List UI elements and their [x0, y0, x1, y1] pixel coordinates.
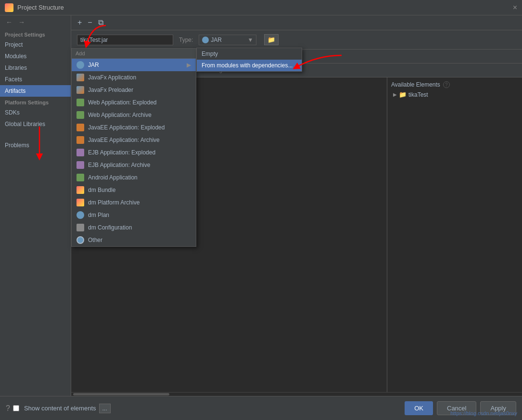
forward-button[interactable]: →	[16, 17, 27, 27]
dm-bundle-icon	[76, 186, 84, 194]
bottom-bar: ? Show content of elements ... OK Cancel…	[0, 396, 522, 420]
javafx-preloader-icon	[76, 86, 84, 94]
artifact-toolbar: + − ⧉	[71, 15, 522, 30]
menu-item-ejb-exploded[interactable]: EJB Application: Exploded	[72, 146, 196, 159]
sidebar-item-project[interactable]: Project	[0, 39, 71, 51]
project-settings-label: Project Settings	[0, 29, 71, 39]
android-icon	[76, 174, 84, 181]
menu-item-web-exploded[interactable]: Web Application: Exploded	[72, 96, 196, 109]
javafx-app-icon	[76, 74, 84, 81]
dm-config-icon	[76, 224, 84, 231]
help-button[interactable]: ?	[6, 404, 10, 413]
title-bar: Project Structure ×	[0, 0, 522, 15]
show-content-label: Show content of elements	[24, 405, 96, 412]
tree-item-label: tikaTest	[408, 91, 428, 98]
horizontal-scrollbar[interactable]	[71, 392, 522, 396]
jar-menu-icon	[76, 61, 84, 69]
nav-section: ← →	[0, 15, 71, 29]
left-sidebar: ← → Project Settings Project Modules Lib…	[0, 15, 71, 396]
menu-item-web-archive[interactable]: Web Application: Archive	[72, 109, 196, 121]
artifact-header: Type: JAR ▼ 📁	[71, 30, 522, 50]
menu-item-dm-plan[interactable]: dm Plan	[72, 209, 196, 221]
other-icon	[76, 236, 84, 244]
menu-item-other[interactable]: Other	[72, 234, 196, 246]
close-button[interactable]: ×	[513, 4, 517, 12]
jar-submenu: Empty From modules with dependencies...	[196, 48, 302, 72]
artifact-name-input[interactable]	[77, 35, 173, 45]
available-elements-label: Available Elements ?	[391, 81, 518, 88]
menu-item-javafx-preloader[interactable]: JavaFx Preloader	[72, 84, 196, 96]
dropdown-header: Add	[72, 49, 196, 59]
sidebar-item-problems[interactable]: Problems	[0, 140, 71, 151]
menu-item-jar[interactable]: JAR ▶	[72, 59, 196, 71]
dm-platform-icon	[76, 199, 84, 206]
submenu-item-from-modules[interactable]: From modules with dependencies...	[197, 60, 302, 71]
platform-settings-label: Platform Settings	[0, 97, 71, 107]
menu-item-ejb-archive[interactable]: EJB Application: Archive	[72, 159, 196, 171]
back-button[interactable]: ←	[4, 17, 14, 27]
content-options-button[interactable]: ...	[99, 404, 111, 413]
jar-label: JAR	[88, 62, 99, 68]
javaee-exploded-icon	[76, 124, 84, 131]
folder-icon: 📁	[399, 91, 407, 98]
tree-arrow: ▶	[393, 92, 397, 97]
available-help-icon: ?	[443, 81, 450, 88]
add-artifact-button[interactable]: +	[75, 17, 84, 28]
type-select[interactable]: JAR ▼	[199, 35, 256, 45]
sidebar-item-modules[interactable]: Modules	[0, 51, 71, 62]
sidebar-item-global-libraries[interactable]: Global Libraries	[0, 118, 71, 130]
ejb-archive-icon	[76, 161, 84, 169]
menu-item-javafx-app[interactable]: JavaFx Application	[72, 71, 196, 84]
submenu-item-empty[interactable]: Empty	[197, 48, 302, 60]
menu-item-android[interactable]: Android Application	[72, 171, 196, 184]
scrollbar-track	[73, 393, 169, 395]
title-bar-left: Project Structure	[5, 3, 64, 12]
dm-plan-icon	[76, 211, 84, 219]
menu-item-dm-bundle[interactable]: dm Bundle	[72, 184, 196, 196]
menu-item-javaee-archive[interactable]: JavaEE Application: Archive	[72, 134, 196, 146]
menu-item-javaee-exploded[interactable]: JavaEE Application: Exploded	[72, 121, 196, 134]
sidebar-item-sdks[interactable]: SDKs	[0, 107, 71, 118]
type-label: Type:	[179, 37, 193, 43]
javaee-archive-icon	[76, 136, 84, 144]
tree-item-tikatest[interactable]: ▶ 📁 tikaTest	[391, 90, 518, 99]
sidebar-item-artifacts[interactable]: Artifacts	[0, 85, 71, 97]
dropdown-overlay: Add JAR ▶ JavaFx Application JavaFx Prel…	[71, 48, 302, 247]
watermark: https://blog.csdn.net/jas0nxy	[450, 410, 517, 416]
window-title: Project Structure	[17, 4, 64, 11]
type-value: JAR	[211, 37, 222, 43]
add-dropdown-menu: Add JAR ▶ JavaFx Application JavaFx Prel…	[71, 48, 196, 247]
ejb-exploded-icon	[76, 149, 84, 156]
web-exploded-icon	[76, 99, 84, 106]
sidebar-item-libraries[interactable]: Libraries	[0, 62, 71, 74]
output-folder-button[interactable]: 📁	[264, 34, 279, 45]
web-archive-icon	[76, 111, 84, 119]
submenu-arrow: ▶	[187, 62, 191, 68]
available-elements-panel: Available Elements ? ▶ 📁 tikaTest	[387, 77, 522, 392]
remove-artifact-button[interactable]: −	[85, 17, 94, 28]
menu-item-dm-config[interactable]: dm Configuration	[72, 221, 196, 234]
show-content-checkbox[interactable]	[13, 405, 19, 411]
bottom-left: ? Show content of elements ...	[6, 404, 111, 413]
copy-artifact-button[interactable]: ⧉	[96, 17, 106, 28]
ok-button[interactable]: OK	[405, 401, 433, 415]
sidebar-item-facets[interactable]: Facets	[0, 74, 71, 85]
app-icon	[5, 3, 13, 12]
jar-type-icon	[202, 37, 209, 43]
menu-item-dm-platform[interactable]: dm Platform Archive	[72, 196, 196, 209]
